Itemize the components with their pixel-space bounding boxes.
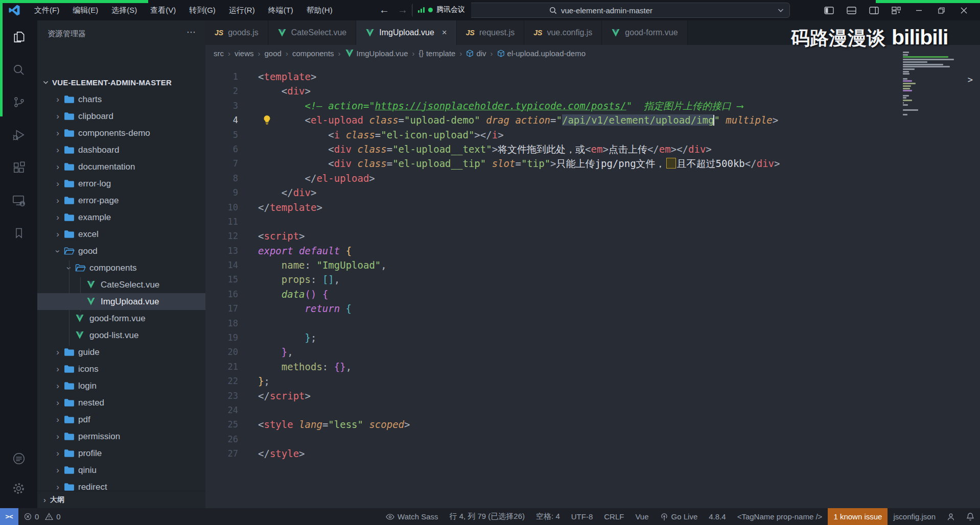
chevron-down-icon[interactable]: › xyxy=(53,245,63,257)
chevron-right-icon[interactable]: › xyxy=(52,398,64,408)
status-1-known-issue[interactable]: 1 known issue xyxy=(828,508,888,525)
code-line-24[interactable]: 24 xyxy=(205,403,980,417)
breadcrumb-item-views[interactable]: views xyxy=(235,49,254,58)
lightbulb-icon[interactable] xyxy=(263,115,271,125)
status-4-8-4[interactable]: 4.8.4 xyxy=(703,508,731,525)
status-vue[interactable]: Vue xyxy=(629,508,654,525)
chevron-right-icon[interactable]: › xyxy=(52,432,64,442)
debug-activity-icon[interactable] xyxy=(0,118,37,151)
tree-item-components[interactable]: ›components xyxy=(37,259,205,276)
outline-section[interactable]: › 大纲 xyxy=(37,491,205,508)
breadcrumb-item-ImgUpload.vue[interactable]: ImgUpload.vue xyxy=(345,49,408,58)
code-line-8[interactable]: 8 </el-upload> xyxy=(205,171,980,185)
code-line-2[interactable]: 2 <div> xyxy=(205,84,980,98)
status-bell-icon[interactable] xyxy=(961,508,980,525)
code-line-20[interactable]: 20 }, xyxy=(205,345,980,359)
status-jsconfig-json[interactable]: jsconfig.json xyxy=(888,508,941,525)
tree-item-pdf[interactable]: ›pdf xyxy=(37,411,205,428)
chevron-right-icon[interactable]: › xyxy=(52,128,64,138)
code-line-17[interactable]: 17 return { xyxy=(205,301,980,316)
tree-item-qiniu[interactable]: ›qiniu xyxy=(37,462,205,479)
nav-back-icon[interactable]: ← xyxy=(379,0,389,20)
minimap[interactable] xyxy=(902,52,956,119)
remotex-activity-icon[interactable] xyxy=(0,184,37,217)
code-line-22[interactable]: 22}; xyxy=(205,374,980,388)
restore-button[interactable] xyxy=(930,0,952,20)
problems-status[interactable]: 0 0 xyxy=(18,508,66,525)
chevron-down-icon[interactable] xyxy=(777,7,784,14)
search-activity-icon[interactable] xyxy=(0,53,37,86)
toggle-secondary-sidebar-icon[interactable] xyxy=(862,0,885,20)
tab-CateSelect.vue[interactable]: CateSelect.vue xyxy=(268,20,357,45)
tree-item-CateSelect.vue[interactable]: CateSelect.vue xyxy=(37,276,205,293)
chevron-right-icon[interactable]: › xyxy=(52,465,64,475)
tree-item-profile[interactable]: ›profile xyxy=(37,445,205,462)
chevron-right-icon[interactable]: › xyxy=(52,111,64,122)
tree-item-components-demo[interactable]: ›components-demo xyxy=(37,125,205,141)
minimize-button[interactable] xyxy=(907,0,930,20)
code-line-13[interactable]: 13export default { xyxy=(205,244,980,258)
nav-forward-icon[interactable]: → xyxy=(398,0,408,20)
tree-item-error-log[interactable]: ›error-log xyxy=(37,175,205,192)
tree-item-guide[interactable]: ›guide xyxy=(37,344,205,361)
tab-good-form.vue[interactable]: good-form.vue xyxy=(602,20,687,45)
menu-item-0[interactable]: 文件(F) xyxy=(28,6,66,14)
more-actions-icon[interactable]: ⋯ xyxy=(186,27,196,38)
code-editor[interactable]: 1<template>2 <div>3 <!— action="https://… xyxy=(205,61,980,508)
tree-item-documentation[interactable]: ›documentation xyxy=(37,158,205,175)
vscode-logo-icon[interactable] xyxy=(8,4,20,16)
chevron-right-icon[interactable]: › xyxy=(52,196,64,206)
menu-item-1[interactable]: 编辑(E) xyxy=(66,6,105,14)
tree-item-good-list.vue[interactable]: good-list.vue xyxy=(37,327,205,344)
tree-item-example[interactable]: ›example xyxy=(37,209,205,226)
code-line-18[interactable]: 18 xyxy=(205,316,980,330)
chevron-right-icon[interactable]: › xyxy=(52,94,64,105)
tab-request.js[interactable]: JSrequest.js xyxy=(457,20,525,45)
code-line-19[interactable]: 19 }; xyxy=(205,330,980,345)
breadcrumb-item-el-upload.upload-demo[interactable]: el-upload.upload-demo xyxy=(497,49,586,58)
status-空格-4[interactable]: 空格: 4 xyxy=(530,508,566,525)
code-line-6[interactable]: 6 <div class="el-upload__text">将文件拖到此处，或… xyxy=(205,142,980,156)
status-行-4-列-79-已选择26-[interactable]: 行 4, 列 79 (已选择26) xyxy=(444,508,531,525)
toggle-panel-icon[interactable] xyxy=(840,0,862,20)
tree-item-permission[interactable]: ›permission xyxy=(37,428,205,445)
code-line-3[interactable]: 3 <!— action="https://jsonplaceholder.ty… xyxy=(205,99,980,113)
remote-indicator[interactable]: >< xyxy=(0,508,18,525)
chevron-right-icon[interactable]: › xyxy=(52,381,64,391)
code-line-21[interactable]: 21 methods: {}, xyxy=(205,360,980,374)
close-icon[interactable]: × xyxy=(442,28,447,38)
chevron-right-icon[interactable]: › xyxy=(52,179,64,189)
code-line-1[interactable]: 1<template> xyxy=(205,69,980,84)
bookmark-activity-icon[interactable] xyxy=(0,217,37,249)
status--tagname-prop-name-[interactable]: <TagName prop-name /> xyxy=(732,508,828,525)
breadcrumb-item-div[interactable]: div xyxy=(466,49,486,58)
code-line-14[interactable]: 14 name: "ImgUpload", xyxy=(205,258,980,272)
chevron-right-icon[interactable]: › xyxy=(52,448,64,459)
menu-item-7[interactable]: 帮助(H) xyxy=(300,6,339,14)
tab-vue.config.js[interactable]: JSvue.config.js xyxy=(524,20,602,45)
chevron-right-icon[interactable]: › xyxy=(52,347,64,357)
menu-item-5[interactable]: 运行(R) xyxy=(222,6,262,14)
chevron-right-icon[interactable]: › xyxy=(52,212,64,223)
tab-ImgUpload.vue[interactable]: ImgUpload.vue× xyxy=(356,20,457,45)
code-line-4[interactable]: 4 <el-upload class="upload-demo" drag ac… xyxy=(205,113,980,127)
menu-item-3[interactable]: 查看(V) xyxy=(144,6,182,14)
account-icon[interactable] xyxy=(0,444,37,473)
tree-item-good-form.vue[interactable]: good-form.vue xyxy=(37,310,205,327)
code-line-25[interactable]: 25<style lang="less" scoped> xyxy=(205,417,980,432)
menu-item-6[interactable]: 终端(T) xyxy=(262,6,300,14)
status-go-live[interactable]: Go Live xyxy=(655,508,704,525)
tree-item-dashboard[interactable]: ›dashboard xyxy=(37,141,205,158)
tree-item-ImgUpload.vue[interactable]: ImgUpload.vue xyxy=(37,293,205,310)
tree-item-error-page[interactable]: ›error-page xyxy=(37,192,205,209)
code-line-15[interactable]: 15 props: [], xyxy=(205,272,980,287)
code-line-12[interactable]: 12<script> xyxy=(205,229,980,243)
code-line-10[interactable]: 10</template> xyxy=(205,200,980,214)
code-line-11[interactable]: 11 xyxy=(205,214,980,229)
close-button[interactable] xyxy=(952,0,975,20)
tree-item-excel[interactable]: ›excel xyxy=(37,226,205,243)
tree-item-login[interactable]: ›login xyxy=(37,377,205,394)
code-line-7[interactable]: 7 <div class="el-upload__tip" slot="tip"… xyxy=(205,156,980,171)
code-line-27[interactable]: 27</style> xyxy=(205,446,980,461)
menu-item-4[interactable]: 转到(G) xyxy=(182,6,222,14)
